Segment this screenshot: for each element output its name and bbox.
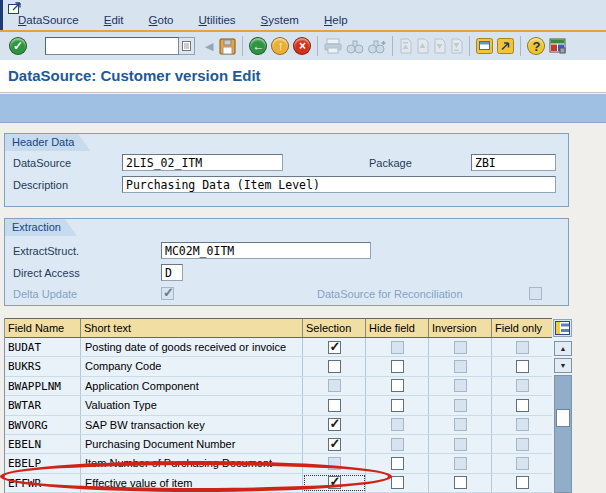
help-button[interactable]: ? bbox=[527, 37, 545, 55]
inversion-cell[interactable] bbox=[429, 435, 492, 453]
hide-field-cell[interactable] bbox=[366, 338, 429, 356]
extractstruct-field[interactable]: MC02M_0ITM bbox=[161, 242, 371, 259]
print-icon[interactable] bbox=[324, 38, 342, 54]
field-only-checkbox[interactable] bbox=[516, 399, 529, 412]
selection-cell[interactable] bbox=[303, 474, 366, 492]
table-row: BWAPPLNM Application Component bbox=[5, 377, 552, 396]
extractstruct-label: ExtractStruct. bbox=[13, 245, 79, 257]
hide-field-checkbox[interactable] bbox=[391, 360, 404, 373]
field-only-cell[interactable] bbox=[492, 396, 552, 414]
extraction-group: Extraction ExtractStruct. MC02M_0ITM Dir… bbox=[4, 218, 569, 306]
inversion-cell[interactable] bbox=[429, 377, 492, 395]
menu-goto[interactable]: Goto bbox=[146, 13, 177, 27]
column-header-field-only: Field only bbox=[492, 319, 552, 337]
inversion-cell[interactable] bbox=[429, 357, 492, 375]
hide-field-cell[interactable] bbox=[366, 474, 429, 492]
selection-checkbox[interactable] bbox=[328, 418, 341, 431]
command-list-button[interactable] bbox=[179, 37, 195, 55]
header-data-group: Header Data DataSource 2LIS_02_ITM Packa… bbox=[4, 133, 569, 207]
hide-field-checkbox bbox=[391, 418, 404, 431]
previous-page-icon[interactable] bbox=[416, 38, 429, 54]
last-page-icon[interactable] bbox=[450, 38, 463, 54]
hide-field-checkbox[interactable] bbox=[391, 457, 404, 470]
customize-layout-icon[interactable] bbox=[549, 38, 566, 54]
selection-checkbox[interactable] bbox=[328, 438, 341, 451]
scroll-up-button[interactable]: ▲ bbox=[554, 341, 572, 356]
hide-field-checkbox[interactable] bbox=[391, 379, 404, 392]
menu-edit[interactable]: Edit bbox=[101, 13, 127, 27]
short-text-cell: Valuation Type bbox=[81, 396, 303, 414]
inversion-cell[interactable] bbox=[429, 338, 492, 356]
menu-help[interactable]: Help bbox=[321, 13, 351, 27]
selection-checkbox[interactable] bbox=[328, 399, 341, 412]
selection-checkbox[interactable] bbox=[328, 360, 341, 373]
exit-button[interactable]: ↑ bbox=[271, 37, 289, 55]
description-field[interactable]: Purchasing Data (Item Level) bbox=[122, 176, 556, 193]
selection-checkbox[interactable] bbox=[328, 476, 341, 489]
inversion-checkbox[interactable] bbox=[454, 476, 467, 489]
field-only-cell[interactable] bbox=[492, 357, 552, 375]
short-text-cell: SAP BW transaction key bbox=[81, 416, 303, 434]
hide-field-cell[interactable] bbox=[366, 435, 429, 453]
field-name-cell: BUDAT bbox=[5, 338, 81, 356]
direct-access-field[interactable]: D bbox=[161, 264, 183, 281]
create-shortcut-icon[interactable] bbox=[497, 38, 514, 54]
selection-cell[interactable] bbox=[303, 396, 366, 414]
hide-field-cell[interactable] bbox=[366, 416, 429, 434]
inversion-cell[interactable] bbox=[429, 454, 492, 472]
collapse-icon[interactable]: ◀ bbox=[205, 40, 213, 53]
enter-button[interactable]: ✓ bbox=[9, 37, 27, 55]
field-only-checkbox bbox=[516, 457, 529, 470]
field-only-checkbox[interactable] bbox=[516, 476, 529, 489]
menu-utilities[interactable]: Utilities bbox=[196, 13, 239, 27]
hide-field-checkbox[interactable] bbox=[391, 399, 404, 412]
selection-cell[interactable] bbox=[303, 435, 366, 453]
field-only-checkbox[interactable] bbox=[516, 360, 529, 373]
menu-system[interactable]: System bbox=[258, 13, 302, 27]
command-field[interactable] bbox=[45, 37, 179, 55]
inversion-checkbox bbox=[454, 379, 467, 392]
selection-checkbox[interactable] bbox=[328, 341, 341, 354]
menu-datasource[interactable]: DataSource bbox=[15, 13, 82, 27]
field-only-cell[interactable] bbox=[492, 454, 552, 472]
field-only-cell[interactable] bbox=[492, 474, 552, 492]
selection-cell[interactable] bbox=[303, 454, 366, 472]
hide-field-checkbox[interactable] bbox=[391, 476, 404, 489]
save-button[interactable] bbox=[219, 38, 236, 55]
scrollbar-track[interactable] bbox=[554, 375, 572, 493]
hide-field-cell[interactable] bbox=[366, 357, 429, 375]
field-only-cell[interactable] bbox=[492, 435, 552, 453]
column-header-short-text: Short text bbox=[81, 319, 303, 337]
field-only-cell[interactable] bbox=[492, 338, 552, 356]
find-next-icon[interactable] bbox=[368, 39, 386, 54]
hide-field-cell[interactable] bbox=[366, 377, 429, 395]
scrollbar-thumb[interactable] bbox=[556, 409, 570, 427]
hide-field-cell[interactable] bbox=[366, 396, 429, 414]
hide-field-checkbox bbox=[391, 341, 404, 354]
hide-field-cell[interactable] bbox=[366, 454, 429, 472]
first-page-icon[interactable] bbox=[399, 38, 412, 54]
next-page-icon[interactable] bbox=[433, 38, 446, 54]
field-only-cell[interactable] bbox=[492, 416, 552, 434]
datasource-field[interactable]: 2LIS_02_ITM bbox=[122, 154, 283, 171]
back-button[interactable]: ← bbox=[249, 37, 267, 55]
scroll-down-button[interactable]: ▼ bbox=[554, 358, 572, 373]
table-settings-icon[interactable] bbox=[553, 319, 572, 337]
new-session-icon[interactable] bbox=[476, 38, 493, 54]
find-icon[interactable] bbox=[346, 39, 364, 54]
selection-cell[interactable] bbox=[303, 416, 366, 434]
package-field[interactable]: ZBI bbox=[471, 154, 556, 171]
selection-cell[interactable] bbox=[303, 357, 366, 375]
field-only-cell[interactable] bbox=[492, 377, 552, 395]
cancel-button[interactable]: × bbox=[293, 37, 311, 55]
short-text-cell: Effective value of item bbox=[81, 474, 303, 492]
package-label: Package bbox=[369, 157, 412, 169]
application-toolbar bbox=[0, 94, 606, 123]
selection-cell[interactable] bbox=[303, 338, 366, 356]
inversion-checkbox bbox=[454, 438, 467, 451]
inversion-cell[interactable] bbox=[429, 396, 492, 414]
inversion-cell[interactable] bbox=[429, 474, 492, 492]
menu-items: DataSource Edit Goto Utilities System He… bbox=[15, 13, 370, 27]
inversion-cell[interactable] bbox=[429, 416, 492, 434]
selection-cell[interactable] bbox=[303, 377, 366, 395]
